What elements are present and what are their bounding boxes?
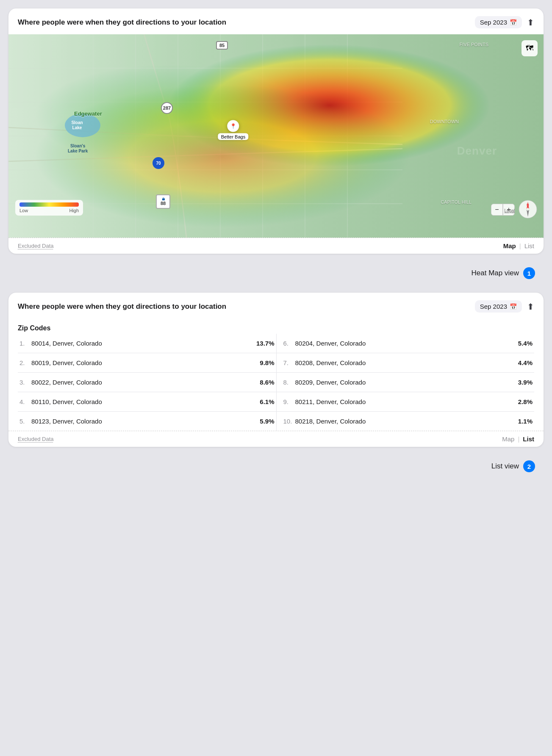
export-button[interactable]: ⬆ <box>527 17 534 28</box>
zip-rank: 3. <box>19 379 31 386</box>
zip-pct: 3.9% <box>518 379 533 386</box>
callout-list: List view 2 <box>8 457 544 476</box>
zip-name: 80208, Denver, Colorado <box>295 359 515 366</box>
zip-name: 80218, Denver, Colorado <box>295 418 515 425</box>
legend-labels: Low High <box>19 208 79 213</box>
bottom-card-title: Where people were when they got directio… <box>18 302 226 311</box>
edgewater-label: Edgewater <box>74 111 102 117</box>
zip-pct: 5.9% <box>260 418 274 425</box>
zip-rank: 8. <box>283 379 295 386</box>
location-pin: 📍 Better Bags <box>218 120 248 140</box>
export-button-bottom[interactable]: ⬆ <box>527 302 534 312</box>
date-label: Sep 2023 <box>480 19 507 26</box>
downtown-label: DOWNTOWN <box>430 119 459 124</box>
legend-high-label: High <box>69 208 79 213</box>
zip-name: 80209, Denver, Colorado <box>295 379 515 386</box>
legend-low-label: Low <box>19 208 28 213</box>
heatmap-legend: Low High <box>15 200 83 216</box>
zip-cell-left: 5. 80123, Denver, Colorado 5.9% <box>18 412 276 431</box>
list-view-button-bottom[interactable]: List <box>523 435 534 443</box>
svg-text:Lake: Lake <box>72 125 82 130</box>
zip-rank: 4. <box>19 398 31 405</box>
zip-pct: 6.1% <box>260 398 274 405</box>
zip-rank: 5. <box>19 418 31 425</box>
date-picker-bottom[interactable]: Sep 2023 📅 <box>475 300 522 313</box>
table-row: 3. 80022, Denver, Colorado 8.6% 8. 80209… <box>18 373 534 392</box>
callout-list-badge: 2 <box>523 460 535 472</box>
zip-cell-left: 4. 80110, Denver, Colorado 6.1% <box>18 392 276 411</box>
zip-name: 80211, Denver, Colorado <box>295 398 515 405</box>
top-card-title: Where people were when they got directio… <box>18 18 226 27</box>
table-row: 1. 80014, Denver, Colorado 13.7% 6. 8020… <box>18 334 534 353</box>
zip-name: 80022, Denver, Colorado <box>31 379 256 386</box>
map-view-button-bottom[interactable]: Map <box>502 435 514 443</box>
zip-cell-right: 8. 80209, Denver, Colorado 3.9% <box>276 373 535 392</box>
highway-88-shield: 🏔 88 <box>156 194 170 209</box>
excluded-data-bottom[interactable]: Excluded Data <box>18 436 54 442</box>
zip-pct: 8.6% <box>260 379 274 386</box>
callout-heatmap-text: Heat Map view <box>472 269 519 277</box>
zoom-out-button[interactable]: − <box>491 204 503 216</box>
denver-label: Denver <box>457 144 497 158</box>
zip-name: 80204, Denver, Colorado <box>295 340 515 347</box>
zip-name: 80110, Denver, Colorado <box>31 398 256 405</box>
callout-heatmap-badge: 1 <box>523 267 535 279</box>
zip-pct: 4.4% <box>518 359 533 366</box>
date-picker[interactable]: Sep 2023 📅 <box>475 16 522 28</box>
date-label-bottom: Sep 2023 <box>480 303 507 310</box>
bottom-card-header: Where people were when they got directio… <box>8 293 544 318</box>
top-card-footer: Excluded Data Map | List <box>8 238 544 254</box>
callout-heatmap: Heat Map view 1 <box>8 264 544 282</box>
view-toggle-top: Map | List <box>503 242 534 249</box>
zip-rank: 2. <box>19 359 31 366</box>
zip-table: 1. 80014, Denver, Colorado 13.7% 6. 8020… <box>18 334 534 431</box>
top-card-header-right: Sep 2023 📅 ⬆ <box>475 16 534 28</box>
bottom-card: Where people were when they got directio… <box>8 293 544 447</box>
calendar-icon-bottom: 📅 <box>510 303 517 310</box>
calendar-icon: 📅 <box>510 19 517 26</box>
zip-cell-left: 3. 80022, Denver, Colorado 8.6% <box>18 373 276 392</box>
zip-cell-right: 9. 80211, Denver, Colorado 2.8% <box>276 392 535 411</box>
bottom-card-header-right: Sep 2023 📅 ⬆ <box>475 300 534 313</box>
zip-rank: 10. <box>283 418 295 425</box>
zip-cell-left: 1. 80014, Denver, Colorado 13.7% <box>18 334 276 353</box>
zip-cell-right: 6. 80204, Denver, Colorado 5.4% <box>276 334 535 353</box>
map-type-button[interactable]: 🗺 <box>521 40 538 56</box>
zip-rank: 9. <box>283 398 295 405</box>
sloan-lake-park-label: Sloan'sLake Park <box>68 144 88 154</box>
zip-pct: 9.8% <box>260 359 274 366</box>
top-card: Where people were when they got directio… <box>8 8 544 254</box>
heat-map[interactable]: Sloan Lake Denver FIVE POINTS DOWNTOWN C… <box>8 34 544 238</box>
view-toggle-bottom: Map | List <box>502 435 534 443</box>
legal-link[interactable]: Legal <box>505 208 515 213</box>
capitol-hill-label: CAPITOL HILL <box>441 199 472 205</box>
map-svg: Sloan Lake <box>8 34 544 238</box>
zip-pct: 2.8% <box>518 398 533 405</box>
highway-287-shield: 287 <box>161 102 173 114</box>
highway-70-shield: 70 <box>153 157 164 169</box>
zip-cell-left: 2. 80019, Denver, Colorado 9.8% <box>18 353 276 372</box>
zip-pct: 1.1% <box>518 418 533 425</box>
business-name-label: Better Bags <box>218 133 248 140</box>
zip-cell-right: 10. 80218, Denver, Colorado 1.1% <box>276 412 535 431</box>
compass: N <box>518 199 538 219</box>
zip-name: 80014, Denver, Colorado <box>31 340 253 347</box>
excluded-data-top[interactable]: Excluded Data <box>18 243 54 249</box>
zip-pct: 5.4% <box>518 340 533 347</box>
zip-name: 80123, Denver, Colorado <box>31 418 256 425</box>
svg-text:N: N <box>527 203 529 207</box>
zip-codes-section: Zip Codes 1. 80014, Denver, Colorado 13.… <box>8 318 544 431</box>
table-row: 5. 80123, Denver, Colorado 5.9% 10. 8021… <box>18 412 534 431</box>
highway-85-shield: 85 <box>216 41 228 50</box>
callout-list-text: List view <box>491 462 519 471</box>
zip-rank: 7. <box>283 359 295 366</box>
table-row: 4. 80110, Denver, Colorado 6.1% 9. 80211… <box>18 392 534 412</box>
svg-text:Sloan: Sloan <box>71 120 83 125</box>
table-row: 2. 80019, Denver, Colorado 9.8% 7. 80208… <box>18 353 534 373</box>
zip-rank: 1. <box>19 340 31 347</box>
zip-codes-header: Zip Codes <box>18 324 534 332</box>
map-view-button-top[interactable]: Map <box>503 242 516 249</box>
svg-point-16 <box>65 114 100 137</box>
list-view-button-top[interactable]: List <box>524 242 534 249</box>
five-points-label: FIVE POINTS <box>460 42 488 47</box>
